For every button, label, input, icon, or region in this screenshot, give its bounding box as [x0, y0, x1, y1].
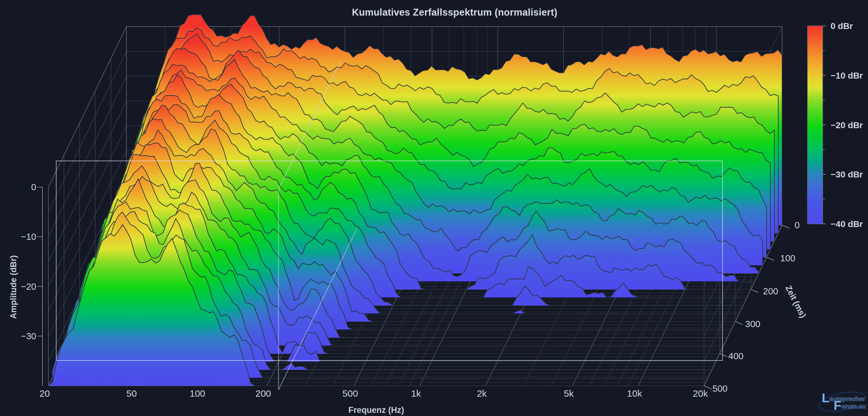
colorbar-label: 0 dBr: [831, 21, 853, 31]
z-tick-label: 100: [780, 253, 795, 263]
logo-letter-f: F: [834, 398, 841, 412]
x-tick-label: 100: [189, 388, 205, 398]
y-axis-title: Amplitude (dBr): [9, 239, 19, 336]
x-tick-label: 20k: [693, 388, 708, 398]
z-tick-label: 0: [795, 220, 800, 230]
y-tick-label: 0: [31, 182, 36, 192]
colorbar-label: −40 dBr: [831, 219, 863, 229]
x-tick-label: 200: [255, 388, 271, 398]
x-axis-title: Frequenz (Hz): [283, 405, 470, 415]
colorbar-label: −10 dBr: [831, 71, 863, 80]
colorbar: [807, 26, 826, 224]
z-tick-label: 500: [713, 384, 727, 393]
logo-letter-l: L: [822, 391, 829, 405]
x-tick-label: 2k: [477, 388, 487, 398]
csd-chart-window: 0−10−20−3020501002005001k2k5k10k20k01002…: [0, 0, 868, 416]
z-tick-label: 400: [728, 351, 743, 361]
x-tick-label: 20: [39, 388, 50, 398]
waterfall-3d-scene[interactable]: 0−10−20−3020501002005001k2k5k10k20k01002…: [0, 0, 868, 416]
x-tick-label: 10k: [627, 388, 642, 398]
z-tick-label: 300: [745, 319, 760, 329]
x-tick-label: 500: [343, 388, 358, 398]
y-tick-label: −10: [21, 232, 36, 242]
colorbar-label: −30 dBr: [831, 170, 863, 179]
x-tick-label: 5k: [564, 388, 574, 398]
y-tick-label: −30: [21, 331, 36, 341]
x-tick-label: 50: [126, 388, 137, 398]
z-tick-label: 200: [763, 286, 778, 296]
colorbar-label: −20 dBr: [831, 120, 863, 130]
chart-title: Kumulatives Zerfallsspektrum (normalisie…: [0, 7, 868, 18]
x-tick-label: 1k: [411, 388, 421, 398]
waterfall-slices: [49, 15, 782, 386]
lautsprecherforum-logo[interactable]: Lautsprecher Forum.eu: [817, 388, 867, 414]
logo-text-orum-eu: orum.eu: [841, 403, 866, 410]
y-tick-label: −20: [21, 282, 36, 291]
